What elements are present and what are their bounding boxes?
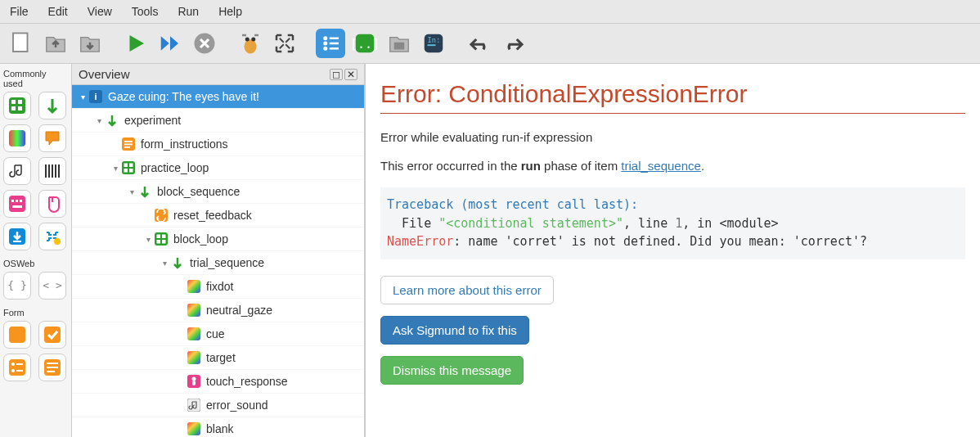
tree-item-error-sound[interactable]: error_sound bbox=[72, 394, 364, 417]
ask-sigmund-button[interactable]: Ask Sigmund to fix this bbox=[380, 316, 529, 345]
tree-item-label: reset_feedback bbox=[173, 209, 252, 222]
overview-close-icon[interactable]: ✕ bbox=[344, 69, 357, 80]
redo-button[interactable] bbox=[499, 29, 528, 58]
tree-item-gaze-cuing-the-eyes-have-it-[interactable]: ▾iGaze cuing: The eyes have it! bbox=[72, 85, 364, 109]
palette-sketchpad[interactable] bbox=[3, 124, 31, 152]
console-button[interactable]: In: bbox=[419, 29, 448, 58]
svg-text:[..]: [..] bbox=[353, 37, 377, 52]
tree-item-target[interactable]: target bbox=[72, 346, 364, 370]
expand-arrow-icon[interactable]: ▾ bbox=[77, 92, 88, 101]
palette-synth[interactable] bbox=[38, 157, 66, 185]
svg-rect-22 bbox=[18, 100, 22, 104]
overview-toggle[interactable] bbox=[316, 29, 345, 58]
expand-arrow-icon[interactable]: ▾ bbox=[126, 187, 137, 196]
palette-logger[interactable] bbox=[3, 223, 31, 250]
overview-tree[interactable]: ▾iGaze cuing: The eyes have it!▾experime… bbox=[72, 85, 364, 437]
menu-edit[interactable]: Edit bbox=[38, 2, 78, 21]
palette-form-consent[interactable] bbox=[38, 321, 66, 349]
tree-item-cue[interactable]: cue bbox=[72, 322, 364, 346]
tree-item-experiment[interactable]: ▾experiment bbox=[72, 109, 364, 133]
save-button[interactable] bbox=[75, 29, 105, 58]
fullscreen-button[interactable] bbox=[270, 29, 299, 58]
menu-view[interactable]: View bbox=[78, 2, 122, 21]
tree-item-practice-loop[interactable]: ▾practice_loop bbox=[72, 156, 364, 180]
palette-form-text[interactable] bbox=[38, 354, 66, 381]
palette-feedback[interactable] bbox=[38, 124, 66, 152]
seq-icon bbox=[170, 255, 185, 270]
svg-rect-75 bbox=[192, 381, 196, 385]
tree-item-label: practice_loop bbox=[141, 161, 209, 174]
svg-point-9 bbox=[323, 42, 327, 46]
menu-tools[interactable]: Tools bbox=[122, 2, 169, 21]
dismiss-button[interactable]: Dismiss this message bbox=[380, 356, 524, 385]
learn-more-button[interactable]: Learn more about this error bbox=[380, 276, 554, 304]
svg-rect-51 bbox=[47, 371, 55, 372]
palette-sequence[interactable] bbox=[38, 92, 66, 119]
error-item-link[interactable]: trial_sequence bbox=[621, 159, 701, 173]
svg-rect-47 bbox=[16, 370, 23, 372]
menu-run[interactable]: Run bbox=[168, 2, 209, 21]
menu-help[interactable]: Help bbox=[209, 2, 252, 21]
svg-rect-5 bbox=[242, 34, 246, 37]
svg-rect-37 bbox=[13, 241, 21, 242]
seq-icon bbox=[105, 113, 119, 128]
svg-rect-28 bbox=[55, 164, 56, 178]
tree-item-block-loop[interactable]: ▾block_loop bbox=[72, 228, 364, 251]
palette-loop[interactable] bbox=[3, 92, 31, 119]
stop-button[interactable] bbox=[190, 29, 219, 58]
svg-rect-56 bbox=[124, 144, 133, 146]
expand-arrow-icon[interactable]: ▾ bbox=[159, 259, 170, 268]
svg-rect-0 bbox=[13, 34, 28, 52]
undo-button[interactable] bbox=[465, 29, 494, 58]
open-button[interactable] bbox=[41, 29, 70, 58]
overview-detach-icon[interactable]: ◻ bbox=[330, 69, 343, 80]
expand-arrow-icon[interactable]: ▾ bbox=[142, 235, 154, 244]
svg-point-11 bbox=[323, 47, 327, 51]
new-file-button[interactable] bbox=[7, 29, 36, 58]
svg-rect-77 bbox=[187, 422, 200, 435]
run-button[interactable] bbox=[121, 29, 151, 58]
run-fast-button[interactable] bbox=[155, 29, 185, 58]
svg-point-2 bbox=[245, 39, 257, 54]
loop-icon bbox=[121, 160, 136, 175]
svg-rect-27 bbox=[52, 164, 53, 178]
toolbar: [..] In: bbox=[0, 24, 980, 64]
svg-rect-45 bbox=[16, 363, 23, 365]
variable-inspector-button[interactable]: [..] bbox=[350, 29, 380, 58]
svg-rect-29 bbox=[58, 164, 60, 178]
palette-inline-html[interactable]: < > bbox=[38, 272, 66, 300]
palette-mouse[interactable] bbox=[38, 190, 66, 218]
tree-item-blank[interactable]: blank bbox=[72, 417, 364, 437]
tree-item-block-sequence[interactable]: ▾block_sequence bbox=[72, 180, 364, 204]
svg-rect-12 bbox=[330, 47, 339, 50]
feedback-icon bbox=[154, 208, 169, 223]
menu-file[interactable]: File bbox=[0, 2, 38, 21]
palette-inline-script[interactable] bbox=[38, 223, 66, 250]
svg-rect-25 bbox=[45, 164, 47, 178]
bug-button[interactable] bbox=[236, 29, 265, 58]
tree-item-trial-sequence[interactable]: ▾trial_sequence bbox=[72, 251, 364, 275]
expand-arrow-icon[interactable]: ▾ bbox=[110, 164, 121, 173]
svg-rect-32 bbox=[16, 200, 18, 202]
expand-arrow-icon[interactable]: ▾ bbox=[93, 116, 105, 125]
svg-point-46 bbox=[11, 369, 15, 372]
tree-item-touch-response[interactable]: touch_response bbox=[72, 370, 364, 394]
tree-item-label: Gaze cuing: The eyes have it! bbox=[108, 90, 259, 103]
svg-text:In:: In: bbox=[428, 36, 441, 44]
tree-item-neutral-gaze[interactable]: neutral_gaze bbox=[72, 299, 364, 322]
tree-item-fixdot[interactable]: fixdot bbox=[72, 275, 364, 299]
svg-point-4 bbox=[251, 38, 255, 42]
palette-keyboard[interactable] bbox=[3, 190, 31, 218]
svg-rect-20 bbox=[11, 100, 16, 104]
palette-sampler[interactable] bbox=[3, 157, 31, 185]
svg-text:{ }: { } bbox=[7, 279, 26, 291]
tree-item-form-instructions[interactable]: form_instructions bbox=[72, 133, 364, 156]
file-pool-button[interactable] bbox=[384, 29, 414, 58]
error-pane: Error: ConditionalExpressionError Error … bbox=[365, 64, 980, 437]
tree-item-label: experiment bbox=[124, 114, 181, 127]
tree-item-reset-feedback[interactable]: reset_feedback bbox=[72, 204, 364, 228]
palette-inline-js[interactable]: { } bbox=[3, 272, 31, 300]
palette-form-mc[interactable] bbox=[3, 354, 31, 381]
sketch-icon bbox=[187, 303, 201, 318]
palette-form-base[interactable] bbox=[3, 321, 31, 349]
